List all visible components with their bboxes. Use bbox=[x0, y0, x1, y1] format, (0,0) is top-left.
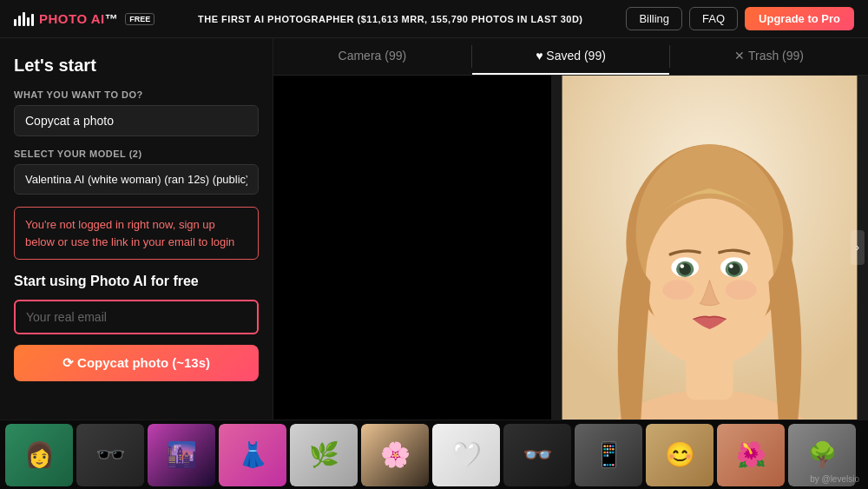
main-photo-panel: › bbox=[551, 76, 868, 420]
upgrade-button[interactable]: Upgrade to Pro bbox=[745, 7, 854, 30]
thumb-3[interactable]: 🌆 bbox=[148, 424, 215, 486]
photo-display-area: › bbox=[273, 76, 868, 420]
faq-button[interactable]: FAQ bbox=[689, 7, 738, 30]
thumb-image-10: 😊 bbox=[646, 424, 713, 486]
svg-point-8 bbox=[646, 198, 773, 355]
bar2 bbox=[18, 16, 21, 26]
logo-free-badge: FREE bbox=[125, 13, 155, 25]
model-select[interactable]: Valentina AI (white woman) (ran 12s) (pu… bbox=[14, 164, 259, 195]
tab-trash[interactable]: ✕ Trash (99) bbox=[670, 38, 868, 75]
svg-point-18 bbox=[726, 280, 757, 300]
thumb-5[interactable]: 🌿 bbox=[290, 424, 358, 486]
what-label: WHAT YOU WANT TO DO? bbox=[14, 89, 259, 100]
thumb-2[interactable]: 🕶️ bbox=[76, 424, 144, 486]
thumb-10[interactable]: 😊 bbox=[646, 424, 713, 486]
header-tagline: THE FIRST AI PHOTOGRAPHER ($11,613 MRR, … bbox=[198, 14, 582, 24]
thumb-image-3: 🌆 bbox=[148, 424, 215, 486]
thumb-image-2: 🕶️ bbox=[76, 424, 144, 486]
thumb-8[interactable]: 👓 bbox=[503, 424, 571, 486]
svg-point-16 bbox=[729, 264, 733, 268]
tab-camera[interactable]: Camera (99) bbox=[273, 38, 471, 75]
email-input[interactable] bbox=[14, 300, 259, 334]
thumb-image-8: 👓 bbox=[503, 424, 571, 486]
sidebar-title: Let's start bbox=[14, 56, 259, 76]
thumb-6[interactable]: 🌸 bbox=[361, 424, 429, 486]
thumb-image-9: 📱 bbox=[575, 424, 642, 486]
thumb-image-11: 🌺 bbox=[717, 424, 785, 486]
left-dark-panel bbox=[273, 76, 551, 420]
thumbnail-strip: 👩 🕶️ 🌆 👗 🌿 🌸 🤍 👓 bbox=[0, 420, 868, 489]
thumb-image-5: 🌿 bbox=[290, 424, 358, 486]
thumb-11[interactable]: 🌺 bbox=[717, 424, 785, 486]
thumb-1[interactable]: 👩 bbox=[5, 424, 73, 486]
logo-bars-icon bbox=[14, 12, 34, 26]
header-actions: Billing FAQ Upgrade to Pro bbox=[626, 7, 854, 30]
thumb-image-7: 🤍 bbox=[432, 424, 500, 486]
copycat-button[interactable]: ⟳ Copycat photo (~13s) bbox=[14, 345, 259, 381]
model-label: SELECT YOUR MODEL (2) bbox=[14, 149, 259, 159]
error-text: You're not logged in right now, sign up … bbox=[25, 216, 247, 250]
thumb-4[interactable]: 👗 bbox=[219, 424, 286, 486]
logo-text: PHOTO AI™ bbox=[39, 11, 118, 26]
logo: PHOTO AI™ FREE bbox=[14, 11, 155, 26]
next-photo-button[interactable]: › bbox=[851, 230, 865, 265]
tabs: Camera (99) ♥ Saved (99) ✕ Trash (99) bbox=[273, 38, 868, 76]
main-layout: Let's start WHAT YOU WANT TO DO? SELECT … bbox=[0, 38, 868, 420]
tab-saved[interactable]: ♥ Saved (99) bbox=[472, 38, 670, 75]
what-input[interactable] bbox=[14, 105, 259, 136]
content-area: Camera (99) ♥ Saved (99) ✕ Trash (99) bbox=[273, 38, 868, 420]
svg-point-12 bbox=[681, 264, 685, 268]
thumb-9[interactable]: 📱 bbox=[575, 424, 642, 486]
bar1 bbox=[14, 19, 16, 26]
thumb-7[interactable]: 🤍 bbox=[432, 424, 500, 486]
billing-button[interactable]: Billing bbox=[626, 7, 682, 30]
bar5 bbox=[31, 14, 34, 26]
svg-point-17 bbox=[662, 280, 694, 300]
error-box: You're not logged in right now, sign up … bbox=[14, 207, 259, 260]
bar4 bbox=[27, 17, 30, 26]
sidebar: Let's start WHAT YOU WANT TO DO? SELECT … bbox=[0, 38, 273, 420]
start-title: Start using Photo AI for free bbox=[14, 274, 259, 289]
header: PHOTO AI™ FREE THE FIRST AI PHOTOGRAPHER… bbox=[0, 0, 868, 38]
thumb-image-1: 👩 bbox=[5, 424, 73, 486]
thumb-image-4: 👗 bbox=[219, 424, 286, 486]
bar3 bbox=[23, 12, 25, 26]
watermark: by @levelsio bbox=[810, 474, 859, 484]
portrait-svg bbox=[551, 76, 868, 420]
logo-photo: PHOTO AI bbox=[39, 11, 105, 26]
thumb-image-6: 🌸 bbox=[361, 424, 429, 486]
